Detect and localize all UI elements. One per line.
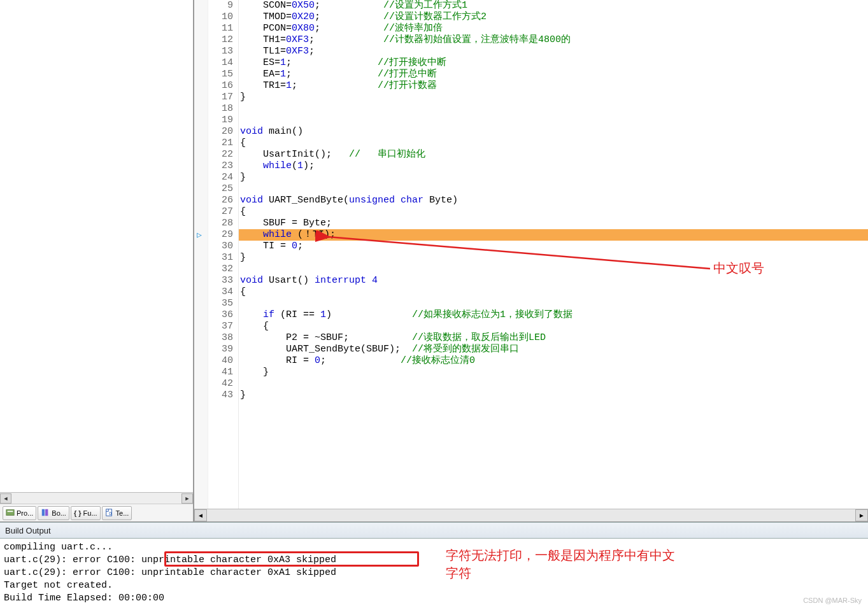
code-line[interactable]: if (RI == 1) //如果接收标志位为1，接收到了数据 — [239, 309, 868, 321]
line-number: 14 — [208, 57, 233, 69]
code-line[interactable]: P2 = ~SBUF; //读取数据，取反后输出到LED — [239, 332, 868, 344]
line-number: 20 — [208, 126, 233, 138]
build-output-line: Build Time Elapsed: 00:00:00 — [4, 592, 864, 605]
line-number: 17 — [208, 92, 233, 103]
code-line[interactable]: } — [239, 390, 868, 401]
line-number-gutter: 9101112131415161718192021222324252627282… — [208, 0, 239, 509]
scroll-right-icon[interactable]: ► — [855, 509, 868, 521]
code-line[interactable]: TMOD=0X20; //设置计数器工作方式2 — [239, 11, 868, 23]
tab-functions[interactable]: { } Fu... — [71, 506, 101, 520]
line-number: 37 — [208, 321, 233, 332]
build-output-line: uart.c(29): error C100: unprintable char… — [4, 554, 864, 567]
svg-text:0: 0 — [109, 511, 111, 516]
build-output-line: uart.c(29): error C100: unprintable char… — [4, 567, 864, 579]
build-output-body[interactable]: 字符无法打印，一般是因为程序中有中文 字符 compiling uart.c..… — [0, 539, 868, 607]
code-line[interactable]: while (！TI); — [239, 229, 868, 241]
code-line[interactable]: TI = 0; — [239, 241, 868, 252]
code-line[interactable]: void Usart() interrupt 4 — [239, 275, 868, 286]
code-line[interactable]: TR1=1; //打开计数器 — [239, 80, 868, 92]
code-line[interactable] — [239, 183, 868, 195]
line-number: 39 — [208, 344, 233, 355]
code-line[interactable]: EA=1; //打开总中断 — [239, 69, 868, 80]
project-icon — [6, 508, 15, 518]
code-line[interactable] — [239, 103, 868, 115]
line-number: 41 — [208, 367, 233, 378]
scroll-track[interactable] — [207, 509, 855, 521]
svg-rect-1 — [8, 511, 13, 512]
scroll-right-icon[interactable]: ► — [181, 493, 193, 504]
line-number: 19 — [208, 115, 233, 126]
code-line[interactable]: { — [239, 138, 868, 149]
code-line[interactable] — [239, 298, 868, 309]
line-number: 43 — [208, 390, 233, 401]
code-line[interactable]: PCON=0X80; //波特率加倍 — [239, 23, 868, 34]
main-split: ◄ ► Pro... Bo... { } Fu... 0 Te... — [0, 0, 868, 522]
project-tree-area[interactable] — [0, 0, 193, 492]
code-line[interactable]: { — [239, 321, 868, 332]
tab-functions-label: Fu... — [83, 509, 97, 517]
line-number: 23 — [208, 160, 233, 172]
line-number: 31 — [208, 252, 233, 264]
code-line[interactable]: UsartInit(); // 串口初始化 — [239, 149, 868, 160]
line-number: 10 — [208, 11, 233, 23]
line-number: 11 — [208, 23, 233, 34]
scroll-left-icon[interactable]: ◄ — [0, 493, 11, 504]
code-line[interactable]: } — [239, 172, 868, 183]
code-line[interactable]: UART_SendByte(SBUF); //将受到的数据发回串口 — [239, 344, 868, 355]
tab-books[interactable]: Bo... — [38, 506, 69, 520]
code-line[interactable] — [239, 115, 868, 126]
line-number: 40 — [208, 355, 233, 367]
editor-pane: ▷ 91011121314151617181920212223242526272… — [194, 0, 868, 521]
code-content[interactable]: SCON=0X50; //设置为工作方式1 TMOD=0X20; //设置计数器… — [239, 0, 868, 509]
project-hscrollbar[interactable]: ◄ ► — [0, 492, 193, 504]
svg-rect-2 — [42, 509, 45, 516]
svg-rect-3 — [45, 509, 48, 516]
tab-project-label: Pro... — [17, 509, 33, 517]
left-tabs: Pro... Bo... { } Fu... 0 Te... — [0, 504, 193, 521]
line-number: 13 — [208, 46, 233, 57]
build-output-header[interactable]: Build Output — [0, 522, 868, 539]
line-number: 27 — [208, 206, 233, 218]
scroll-left-icon[interactable]: ◄ — [194, 509, 207, 521]
build-output-line: compiling uart.c... — [4, 541, 864, 554]
tab-project[interactable]: Pro... — [3, 506, 36, 520]
line-number: 30 — [208, 241, 233, 252]
current-line-marker-icon: ▷ — [197, 230, 202, 241]
code-line[interactable]: } — [239, 92, 868, 103]
line-number: 32 — [208, 264, 233, 275]
build-output-line: Target not created. — [4, 579, 864, 592]
line-number: 15 — [208, 69, 233, 80]
line-number: 18 — [208, 103, 233, 115]
line-number: 28 — [208, 218, 233, 229]
watermark-text: CSDN @MAR-Sky — [803, 597, 862, 604]
editor-hscrollbar[interactable]: ◄ ► — [194, 509, 868, 521]
code-line[interactable]: { — [239, 206, 868, 218]
editor-margin: ▷ — [194, 0, 208, 509]
books-icon — [41, 508, 50, 518]
code-line[interactable]: void main() — [239, 126, 868, 138]
code-line[interactable] — [239, 378, 868, 390]
code-line[interactable]: SBUF = Byte; — [239, 218, 868, 229]
tab-templates-label: Te... — [116, 509, 129, 517]
line-number: 36 — [208, 309, 233, 321]
line-number: 24 — [208, 172, 233, 183]
line-number: 22 — [208, 149, 233, 160]
project-pane: ◄ ► Pro... Bo... { } Fu... 0 Te... — [0, 0, 194, 521]
code-line[interactable]: TH1=0XF3; //计数器初始值设置，注意波特率是4800的 — [239, 34, 868, 46]
code-line[interactable]: void UART_SendByte(unsigned char Byte) — [239, 195, 868, 206]
code-line[interactable] — [239, 264, 868, 275]
code-editor[interactable]: ▷ 91011121314151617181920212223242526272… — [194, 0, 868, 509]
line-number: 38 — [208, 332, 233, 344]
tab-templates[interactable]: 0 Te... — [102, 506, 132, 520]
line-number: 29 — [208, 229, 233, 241]
code-line[interactable]: SCON=0X50; //设置为工作方式1 — [239, 0, 868, 11]
line-number: 35 — [208, 298, 233, 309]
code-line[interactable]: } — [239, 252, 868, 264]
code-line[interactable]: { — [239, 286, 868, 298]
code-line[interactable]: while(1); — [239, 160, 868, 172]
line-number: 34 — [208, 286, 233, 298]
code-line[interactable]: RI = 0; //接收标志位清0 — [239, 355, 868, 367]
code-line[interactable]: } — [239, 367, 868, 378]
code-line[interactable]: TL1=0XF3; — [239, 46, 868, 57]
code-line[interactable]: ES=1; //打开接收中断 — [239, 57, 868, 69]
